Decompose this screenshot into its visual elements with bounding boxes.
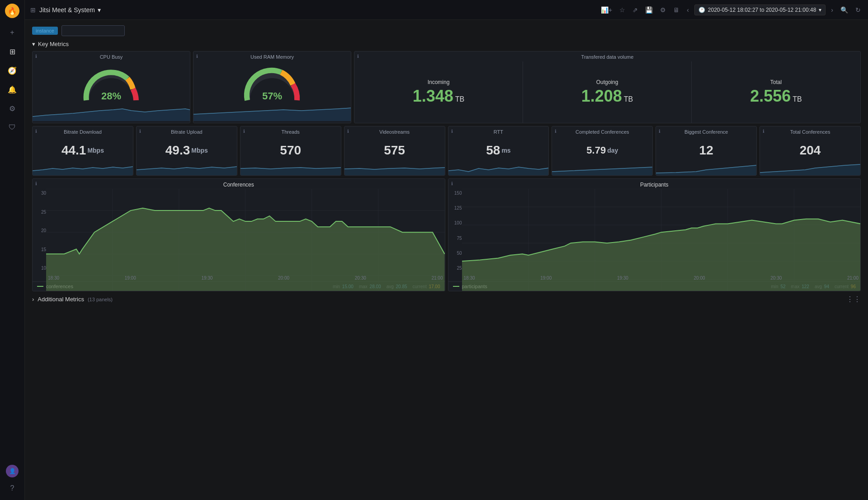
ram-value: 57% bbox=[262, 90, 282, 102]
title-arrow[interactable]: ▾ bbox=[98, 6, 101, 14]
add-panel-btn[interactable]: 📊+ bbox=[599, 5, 614, 15]
metric-info-7[interactable]: ℹ bbox=[763, 129, 764, 134]
time-range-arrow: ▾ bbox=[819, 7, 821, 13]
metric-title-2: Threads bbox=[241, 126, 341, 136]
sidebar-item-explore[interactable]: 🧭 bbox=[4, 62, 20, 79]
sidebar-item-shield[interactable]: 🛡 bbox=[4, 119, 20, 136]
star-btn[interactable]: ☆ bbox=[618, 5, 627, 15]
outgoing-cell: Outgoing 1.208 TB bbox=[523, 61, 692, 123]
time-range-value: 2020-05-12 18:02:27 to 2020-05-12 21:00:… bbox=[708, 7, 816, 13]
metric-sparkline-7 bbox=[760, 162, 860, 175]
next-time-btn[interactable]: › bbox=[829, 5, 835, 15]
topbar-title: Jitsi Meet & System ▾ bbox=[39, 6, 101, 14]
outgoing-value: 1.208 bbox=[581, 87, 622, 105]
cpu-gauge: 28% bbox=[80, 64, 143, 100]
instance-input[interactable] bbox=[61, 25, 125, 36]
zoom-btn[interactable]: 🔍 bbox=[839, 5, 850, 15]
ram-gauge: 57% bbox=[241, 64, 304, 100]
save-btn[interactable]: 💾 bbox=[643, 5, 655, 15]
transfer-info-icon[interactable]: ℹ bbox=[357, 54, 359, 59]
sidebar-item-add[interactable]: + bbox=[4, 24, 20, 41]
app-logo[interactable]: 🔥 bbox=[5, 4, 19, 18]
key-metrics-title: Key Metrics bbox=[38, 41, 69, 47]
part-chart-title: Participants bbox=[448, 179, 861, 189]
metric-unit-4: ms bbox=[501, 147, 510, 154]
conferences-chart: ℹ Conferences 3025201510 bbox=[32, 178, 445, 291]
metric-sparkline-4 bbox=[448, 162, 549, 175]
prev-time-btn[interactable]: ‹ bbox=[685, 5, 691, 15]
metric-sparkline-1 bbox=[137, 162, 237, 175]
metric-title-6: Biggest Conference bbox=[656, 126, 756, 136]
sidebar-item-dashboard[interactable]: ⊞ bbox=[4, 43, 20, 60]
share-btn[interactable]: ⇗ bbox=[631, 5, 640, 15]
cpu-value: 28% bbox=[101, 90, 121, 102]
conf-chart-area: 3025201510 bbox=[33, 189, 445, 281]
metric-title-4: RTT bbox=[448, 126, 549, 136]
metric-title-7: Total Conferences bbox=[760, 126, 860, 136]
metric-value-1: 49.3Mbps bbox=[137, 136, 237, 162]
clock-icon: 🕐 bbox=[698, 7, 705, 13]
grid-icon: ⊞ bbox=[30, 6, 36, 14]
metric-info-1[interactable]: ℹ bbox=[139, 129, 141, 134]
refresh-btn[interactable]: ↻ bbox=[854, 5, 863, 15]
metric-unit-0: Mbps bbox=[87, 147, 104, 154]
outgoing-label: Outgoing bbox=[596, 79, 618, 85]
key-metrics-header[interactable]: ▾ Key Metrics bbox=[32, 41, 861, 47]
total-value: 2.556 bbox=[750, 87, 791, 105]
part-x-labels: 18:3019:0019:3020:0020:3021:00 bbox=[462, 275, 861, 281]
instance-label[interactable]: instance bbox=[32, 27, 58, 35]
metric-panel-5: ℹ Completed Conferences 5.79day bbox=[552, 126, 653, 176]
cpu-info-icon[interactable]: ℹ bbox=[35, 54, 37, 59]
metric-info-6[interactable]: ℹ bbox=[659, 129, 660, 134]
additional-count: (13 panels) bbox=[88, 297, 113, 302]
cpu-title: CPU Busy bbox=[96, 51, 127, 61]
incoming-label: Incoming bbox=[428, 79, 450, 85]
participants-chart: ℹ Participants 150125100755025 bbox=[448, 178, 861, 291]
metric-panel-0: ℹ Bitrate Download 44.1Mbps bbox=[32, 126, 133, 176]
transfer-title: Transfered data volume bbox=[354, 51, 860, 61]
user-avatar[interactable]: 👤 bbox=[6, 465, 19, 477]
incoming-cell: Incoming 1.348 TB bbox=[354, 61, 523, 123]
conf-chart-title: Conferences bbox=[33, 179, 445, 189]
metric-value-2: 570 bbox=[241, 136, 341, 162]
metric-panel-6: ℹ Biggest Conference 12 bbox=[656, 126, 757, 176]
sidebar-item-settings[interactable]: ⚙ bbox=[4, 100, 20, 117]
main-area: ⊞ Jitsi Meet & System ▾ 📊+ ☆ ⇗ 💾 ⚙ 🖥 ‹ 🕐… bbox=[25, 0, 868, 500]
ram-title: Used RAM Memory bbox=[247, 51, 297, 61]
metric-panel-7: ℹ Total Conferences 204 bbox=[760, 126, 861, 176]
part-chart-info[interactable]: ℹ bbox=[451, 181, 453, 186]
sidebar-item-alerts[interactable]: 🔔 bbox=[4, 81, 20, 98]
metric-title-3: Videostreams bbox=[344, 126, 445, 136]
ram-info-icon[interactable]: ℹ bbox=[196, 54, 198, 59]
total-unit: TB bbox=[793, 95, 802, 103]
cpu-panel: ℹ CPU Busy 28% bbox=[32, 51, 190, 123]
additional-arrow: › bbox=[32, 296, 34, 303]
metric-sparkline-2 bbox=[241, 162, 341, 175]
metric-value-4: 58ms bbox=[448, 136, 549, 162]
metric-info-2[interactable]: ℹ bbox=[243, 129, 245, 134]
settings-btn[interactable]: ⚙ bbox=[658, 5, 668, 15]
conf-legend-color bbox=[37, 286, 43, 287]
dashboard-title: Jitsi Meet & System bbox=[39, 6, 95, 14]
metric-info-5[interactable]: ℹ bbox=[555, 129, 557, 134]
metric-sparkline-6 bbox=[656, 162, 756, 175]
outgoing-unit: TB bbox=[624, 95, 633, 103]
additional-metrics-header[interactable]: › Additional Metrics (13 panels) ⋮⋮ bbox=[32, 295, 861, 304]
metric-value-7: 204 bbox=[760, 136, 860, 162]
metric-info-0[interactable]: ℹ bbox=[35, 129, 37, 134]
tv-btn[interactable]: 🖥 bbox=[671, 5, 681, 15]
sidebar: 🔥 + ⊞ 🧭 🔔 ⚙ 🛡 👤 ? bbox=[0, 0, 25, 500]
part-legend-color bbox=[453, 286, 459, 287]
topbar: ⊞ Jitsi Meet & System ▾ 📊+ ☆ ⇗ 💾 ⚙ 🖥 ‹ 🕐… bbox=[25, 0, 868, 20]
incoming-value: 1.348 bbox=[413, 87, 453, 105]
metric-info-4[interactable]: ℹ bbox=[451, 129, 453, 134]
more-options-btn[interactable]: ⋮⋮ bbox=[846, 295, 861, 304]
time-range-picker[interactable]: 🕐 2020-05-12 18:02:27 to 2020-05-12 21:0… bbox=[694, 5, 826, 15]
incoming-unit: TB bbox=[455, 95, 464, 103]
metric-info-3[interactable]: ℹ bbox=[347, 129, 349, 134]
mid-panels-row: ℹ Bitrate Download 44.1Mbps ℹ Bitrate Up… bbox=[32, 126, 861, 176]
sidebar-item-help[interactable]: ? bbox=[4, 480, 20, 496]
part-chart-area: 150125100755025 bbox=[448, 189, 861, 281]
metric-value-3: 575 bbox=[344, 136, 445, 162]
conf-chart-info[interactable]: ℹ bbox=[35, 181, 37, 186]
